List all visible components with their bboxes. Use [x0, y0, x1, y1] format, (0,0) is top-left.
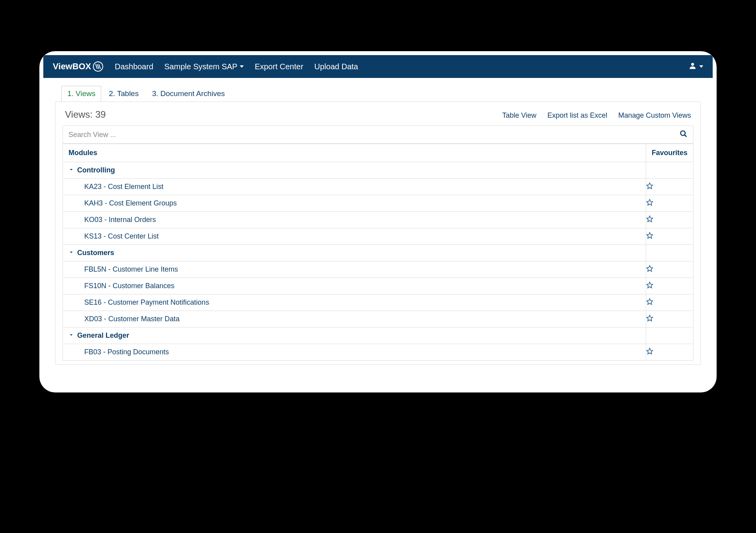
- favourite-toggle[interactable]: [646, 179, 693, 195]
- favourite-toggle[interactable]: [646, 311, 693, 328]
- action-manage-custom-views[interactable]: Manage Custom Views: [618, 111, 691, 120]
- svg-marker-6: [647, 216, 652, 222]
- svg-marker-12: [647, 348, 652, 354]
- nav-export-center-label: Export Center: [255, 62, 303, 71]
- favourite-toggle[interactable]: [646, 344, 693, 361]
- module-group-fav-cell: [646, 328, 693, 344]
- svg-marker-8: [647, 266, 652, 272]
- star-icon: [646, 215, 653, 224]
- star-icon: [646, 232, 653, 241]
- favourite-toggle[interactable]: [646, 294, 693, 311]
- tab-views[interactable]: 1. Views: [61, 86, 101, 102]
- view-item[interactable]: FB03 - Posting Documents: [63, 344, 646, 361]
- star-icon: [646, 182, 653, 191]
- nav-upload-data[interactable]: Upload Data: [314, 62, 358, 71]
- view-item[interactable]: XD03 - Customer Master Data: [63, 311, 646, 328]
- chevron-down-icon: [69, 249, 74, 257]
- brand-logo[interactable]: ViewBOX: [53, 61, 104, 72]
- chevron-down-icon: [69, 331, 74, 340]
- user-icon: [688, 61, 697, 72]
- module-group-label: Controlling: [77, 166, 115, 174]
- views-panel: Views: 39 Table View Export list as Exce…: [55, 102, 701, 365]
- svg-marker-7: [647, 233, 652, 239]
- nav-system-dropdown[interactable]: Sample System SAP: [164, 62, 244, 71]
- user-menu[interactable]: [688, 61, 703, 72]
- col-favourites[interactable]: Favourites: [646, 144, 693, 162]
- nav-dashboard[interactable]: Dashboard: [115, 62, 153, 71]
- svg-point-2: [681, 131, 686, 136]
- star-icon: [646, 348, 653, 356]
- view-item[interactable]: FS10N - Customer Balances: [63, 278, 646, 294]
- view-item[interactable]: KA23 - Cost Element List: [63, 179, 646, 195]
- view-item[interactable]: SE16 - Customer Payment Notifications: [63, 294, 646, 311]
- content-area: 1. Views 2. Tables 3. Document Archives …: [39, 78, 717, 369]
- tab-views-label: 1. Views: [67, 89, 95, 98]
- nav-system-label: Sample System SAP: [164, 62, 237, 71]
- panel-header: Views: 39 Table View Export list as Exce…: [63, 109, 693, 120]
- view-item[interactable]: KS13 - Cost Center List: [63, 228, 646, 245]
- col-modules[interactable]: Modules: [63, 144, 646, 162]
- svg-marker-11: [647, 315, 652, 321]
- star-icon: [646, 298, 653, 307]
- top-nav-bar: ViewBOX Dashboard Sample System SAP Expo…: [43, 55, 713, 78]
- tab-bar: 1. Views 2. Tables 3. Document Archives: [61, 86, 701, 102]
- tab-archives-label: 3. Document Archives: [152, 89, 225, 98]
- search-input[interactable]: [69, 131, 680, 139]
- star-icon: [646, 315, 653, 323]
- module-group-label: Customers: [77, 249, 114, 257]
- nav-export-center[interactable]: Export Center: [255, 62, 303, 71]
- app-window: ViewBOX Dashboard Sample System SAP Expo…: [39, 51, 717, 392]
- caret-down-icon: [240, 65, 244, 68]
- svg-point-1: [691, 63, 694, 66]
- module-group-toggle[interactable]: General Ledger: [63, 328, 646, 344]
- module-group-fav-cell: [646, 162, 693, 179]
- favourite-toggle[interactable]: [646, 212, 693, 228]
- favourite-toggle[interactable]: [646, 228, 693, 245]
- module-group-toggle[interactable]: Controlling: [63, 162, 646, 179]
- module-group-fav-cell: [646, 245, 693, 261]
- brand-icon: [93, 61, 104, 72]
- search-icon[interactable]: [680, 130, 687, 139]
- svg-line-3: [685, 135, 687, 137]
- svg-marker-9: [647, 282, 652, 288]
- favourite-toggle[interactable]: [646, 195, 693, 212]
- nav-upload-data-label: Upload Data: [314, 62, 358, 71]
- tab-tables[interactable]: 2. Tables: [103, 86, 145, 102]
- star-icon: [646, 265, 653, 274]
- action-export-excel[interactable]: Export list as Excel: [547, 111, 607, 120]
- tab-tables-label: 2. Tables: [109, 89, 139, 98]
- svg-marker-10: [647, 299, 652, 305]
- svg-marker-5: [647, 200, 652, 205]
- views-count-title: Views: 39: [65, 109, 106, 120]
- brand-prefix: View: [53, 61, 72, 72]
- view-item[interactable]: FBL5N - Customer Line Items: [63, 261, 646, 278]
- module-group-label: General Ledger: [77, 331, 129, 339]
- star-icon: [646, 281, 653, 290]
- view-item[interactable]: KO03 - Internal Orders: [63, 212, 646, 228]
- caret-down-icon: [699, 65, 703, 68]
- search-row: [63, 126, 693, 144]
- favourite-toggle[interactable]: [646, 261, 693, 278]
- views-table: Modules Favourites ControllingKA23 - Cos…: [63, 144, 693, 361]
- panel-actions: Table View Export list as Excel Manage C…: [502, 111, 691, 120]
- svg-marker-4: [647, 183, 652, 189]
- star-icon: [646, 199, 653, 207]
- action-table-view[interactable]: Table View: [502, 111, 536, 120]
- nav-dashboard-label: Dashboard: [115, 62, 153, 71]
- chevron-down-icon: [69, 166, 74, 174]
- view-item[interactable]: KAH3 - Cost Element Groups: [63, 195, 646, 212]
- favourite-toggle[interactable]: [646, 278, 693, 294]
- module-group-toggle[interactable]: Customers: [63, 245, 646, 261]
- brand-suffix: BOX: [72, 61, 91, 72]
- tab-archives[interactable]: 3. Document Archives: [146, 86, 231, 102]
